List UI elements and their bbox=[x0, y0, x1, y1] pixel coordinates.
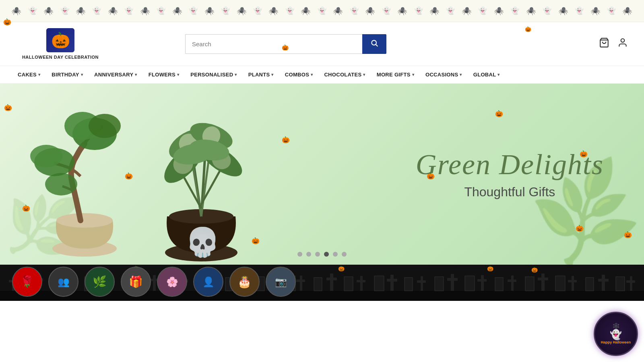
spider-deco-5: 🕷️ bbox=[140, 6, 150, 16]
graveyard-section: 🌹 👥 🌿 🎁 🌸 👤 🎂 📷 🎃 🎃 🎃 🎃 bbox=[0, 265, 644, 301]
spider-deco-11: 🕷️ bbox=[333, 6, 343, 16]
carousel-dot-3[interactable] bbox=[315, 252, 320, 257]
nav-item-more-gifts[interactable]: MORE GIFTS ▾ bbox=[371, 66, 420, 83]
svg-rect-93 bbox=[555, 276, 565, 291]
svg-rect-68 bbox=[541, 274, 545, 291]
cat-circle-gifts[interactable]: 🎁 bbox=[121, 267, 151, 297]
header-icons bbox=[599, 37, 628, 50]
cat-circle-flowers2[interactable]: 🌸 bbox=[157, 267, 187, 297]
chevron-down-icon: ▾ bbox=[497, 72, 500, 77]
svg-rect-69 bbox=[538, 278, 548, 280]
svg-rect-94 bbox=[586, 278, 594, 291]
chevron-down-icon: ▾ bbox=[81, 72, 83, 77]
svg-rect-66 bbox=[511, 276, 514, 291]
svg-rect-90 bbox=[465, 276, 475, 291]
bonsai-svg bbox=[24, 104, 145, 257]
svg-rect-60 bbox=[421, 276, 423, 291]
spider-deco-4: 🕷️ bbox=[108, 6, 118, 16]
cat-circle-people[interactable]: 👥 bbox=[48, 267, 78, 297]
user-svg bbox=[617, 37, 628, 48]
cat-circle-flowers[interactable]: 🌹 bbox=[12, 267, 42, 297]
chevron-down-icon: ▾ bbox=[271, 72, 273, 77]
svg-rect-52 bbox=[300, 276, 302, 291]
chevron-down-icon: ▾ bbox=[412, 72, 414, 77]
nav-label-flowers: FLOWERS bbox=[149, 72, 175, 78]
nav-item-global[interactable]: GLOBAL ▾ bbox=[468, 66, 506, 83]
nav-item-personalised[interactable]: PERSONALISED ▾ bbox=[185, 66, 242, 83]
nav-item-birthday[interactable]: BIRTHDAY ▾ bbox=[46, 66, 89, 83]
nav-label-personalised: PERSONALISED bbox=[190, 72, 233, 78]
logo-pumpkin-icon: 🎃 bbox=[51, 31, 70, 49]
ghost-deco-11: 👻 bbox=[350, 6, 359, 15]
carousel-dots bbox=[297, 252, 347, 257]
nav-item-flowers[interactable]: FLOWERS ▾ bbox=[143, 66, 185, 83]
nav-item-combos[interactable]: COMBOS ▾ bbox=[279, 66, 319, 83]
search-button[interactable] bbox=[362, 34, 386, 54]
svg-rect-59 bbox=[387, 279, 397, 282]
svg-rect-64 bbox=[481, 275, 484, 291]
bonsai-plant bbox=[20, 104, 149, 265]
spider-deco-17: 🕷️ bbox=[526, 6, 536, 16]
hero-banner: 🌿 🌿 bbox=[0, 84, 644, 265]
nav-label-occasions: OCCASIONS bbox=[425, 72, 458, 78]
svg-rect-73 bbox=[598, 279, 609, 282]
nav-label-more-gifts: MORE GIFTS bbox=[377, 72, 411, 78]
spider-deco-6: 🕷️ bbox=[172, 6, 182, 16]
chevron-down-icon: ▾ bbox=[235, 72, 237, 77]
carousel-dot-2[interactable] bbox=[306, 252, 311, 257]
svg-rect-89 bbox=[435, 277, 444, 291]
decoration-strip: 🕷️ 👻 🕷️ 👻 🕷️ 👻 🕷️ 👻 🕷️ 👻 🕷️ 👻 🕷️ 👻 🕷️ 👻 … bbox=[0, 0, 644, 22]
spider-deco-2: 🕷️ bbox=[43, 6, 54, 16]
nav-label-birthday: BIRTHDAY bbox=[52, 72, 79, 78]
spider-deco-13: 🕷️ bbox=[397, 6, 407, 16]
nav-item-occasions[interactable]: OCCASIONS ▾ bbox=[420, 66, 468, 83]
spider-deco-15: 🕷️ bbox=[462, 6, 472, 16]
carousel-dot-6[interactable] bbox=[342, 252, 347, 257]
svg-rect-67 bbox=[508, 280, 516, 282]
chevron-down-icon: ▾ bbox=[38, 72, 40, 77]
svg-rect-91 bbox=[495, 278, 503, 291]
hero-text-area: Green Delights Thoughtful Gifts bbox=[416, 149, 604, 200]
nav-item-anniversary[interactable]: ANNIVERSARY ▾ bbox=[89, 66, 143, 83]
svg-rect-95 bbox=[616, 277, 625, 291]
spider-deco-12: 🕷️ bbox=[365, 6, 375, 16]
cart-icon[interactable] bbox=[599, 37, 609, 50]
ghost-deco-2: 👻 bbox=[60, 6, 69, 15]
svg-rect-70 bbox=[572, 276, 574, 291]
ghost-deco-6: 👻 bbox=[189, 6, 198, 15]
search-input[interactable] bbox=[185, 34, 362, 54]
carousel-dot-5[interactable] bbox=[333, 252, 338, 257]
ghost-deco-13: 👻 bbox=[414, 6, 423, 15]
user-icon[interactable] bbox=[617, 37, 628, 50]
header: 🎃 🎃 HALLOWEEN DAY CELEBRATION 🎃 🎃 bbox=[0, 22, 644, 66]
ghost-deco-9: 👻 bbox=[285, 6, 294, 15]
ghost-deco-5: 👻 bbox=[157, 6, 165, 15]
nav-item-cakes[interactable]: CAKES ▾ bbox=[12, 66, 46, 83]
nav-label-plants: PLANTS bbox=[248, 72, 270, 78]
chevron-down-icon: ▾ bbox=[177, 72, 179, 77]
nav-item-chocolates[interactable]: CHOCOLATES ▾ bbox=[318, 66, 371, 83]
svg-rect-92 bbox=[525, 277, 534, 291]
svg-rect-55 bbox=[326, 278, 337, 280]
cat-circle-plants[interactable]: 🌿 bbox=[85, 267, 115, 297]
svg-rect-57 bbox=[357, 280, 365, 282]
cat-circle-chocolate[interactable]: 🎂 bbox=[229, 267, 260, 297]
ghost-deco-14: 👻 bbox=[446, 6, 455, 15]
ghost-deco-17: 👻 bbox=[543, 6, 551, 15]
svg-rect-87 bbox=[374, 276, 384, 291]
svg-rect-74 bbox=[630, 276, 632, 291]
svg-point-10 bbox=[30, 145, 62, 167]
svg-point-11 bbox=[45, 173, 77, 195]
skeleton-deco: 💀 bbox=[185, 226, 220, 259]
pumpkin-hero-1: 🎃 bbox=[4, 104, 12, 111]
svg-rect-71 bbox=[568, 280, 577, 282]
spider-deco-7: 🕷️ bbox=[204, 6, 215, 16]
carousel-dot-4[interactable] bbox=[324, 252, 329, 257]
spider-deco-10: 🕷️ bbox=[301, 6, 311, 16]
carousel-dot-1[interactable] bbox=[297, 252, 302, 257]
svg-rect-53 bbox=[296, 280, 305, 282]
nav-item-plants[interactable]: PLANTS ▾ bbox=[243, 66, 279, 83]
cat-circle-person[interactable]: 👤 bbox=[193, 267, 223, 297]
cat-circle-camera[interactable]: 📷 bbox=[266, 267, 296, 297]
nav-label-global: GLOBAL bbox=[473, 72, 496, 78]
